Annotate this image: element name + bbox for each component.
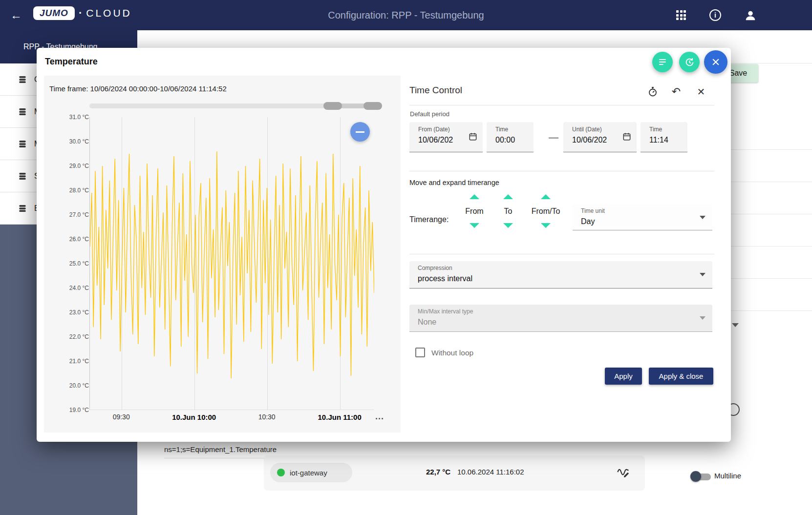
from-increase-button[interactable]: [470, 194, 479, 199]
from-decrease-button[interactable]: [470, 223, 479, 228]
multiline-label: Multiline: [714, 472, 741, 480]
chevron-down-icon: [700, 273, 705, 276]
chart-panel: Time frame: 10/06/2024 00:00:00-10/06/20…: [44, 76, 401, 433]
page-title: Configuration: RPP - Testumgebung: [0, 10, 812, 21]
list-view-button[interactable]: [652, 52, 673, 72]
database-icon: [18, 204, 27, 213]
from-time-field[interactable]: Time 00:00: [487, 122, 534, 152]
fromto-decrease-button[interactable]: [541, 223, 551, 228]
y-axis-label: 27.0 °C: [44, 211, 89, 219]
x-axis-label: 10.Jun 10:00: [165, 413, 223, 421]
table-row-divider: [731, 278, 812, 279]
info-icon[interactable]: i: [709, 9, 721, 21]
current-timestamp: 10.06.2024 11:16:02: [457, 468, 524, 476]
apps-grid-icon[interactable]: [676, 10, 686, 20]
zoom-slider-handle-left[interactable]: [323, 102, 342, 110]
default-period-label: Default period: [410, 110, 449, 118]
time-frame-text: Time frame: 10/06/2024 00:00:00-10/06/20…: [49, 84, 227, 93]
temperature-dialog: Temperature Time frame: 10/06/2024 00:00…: [37, 48, 731, 442]
field-value: 10/06/202: [418, 136, 453, 144]
trend-edit-icon[interactable]: [617, 465, 630, 478]
toggle-knob: [690, 471, 701, 482]
field-label: Time: [495, 126, 508, 133]
select-value: process interval: [418, 274, 472, 283]
dialog-title: Temperature: [45, 57, 98, 67]
chevron-down-icon: [700, 316, 705, 320]
history-button[interactable]: [679, 52, 700, 72]
divider: [409, 171, 714, 171]
multiline-toggle[interactable]: [690, 470, 712, 483]
field-value: 11:14: [649, 136, 668, 144]
chevron-down-icon: [700, 216, 705, 219]
until-date-field[interactable]: Until (Date) 10/06/202: [563, 122, 637, 152]
select-label: Time unit: [581, 207, 605, 214]
dialog-close-button[interactable]: [704, 50, 727, 74]
move-expand-label: Move and expand timerange: [409, 179, 499, 186]
field-label: Time: [649, 126, 662, 133]
table-row-divider: [731, 310, 812, 311]
divider: [409, 105, 714, 105]
zoom-slider-handle-right[interactable]: [363, 102, 382, 110]
select-label: Compression: [418, 265, 452, 271]
current-value: 22,7 °C: [426, 468, 450, 476]
table-row-divider: [731, 182, 812, 182]
zoom-out-button[interactable]: [350, 122, 370, 142]
x-axis-label: 10.Jun 11:00: [310, 413, 369, 421]
y-axis-label: 25.0 °C: [44, 260, 89, 268]
y-axis-label: 29.0 °C: [44, 162, 89, 170]
undo-icon[interactable]: ↶: [670, 86, 682, 98]
from-date-field[interactable]: From (Date) 10/06/202: [409, 122, 483, 152]
field-label: Until (Date): [572, 126, 602, 133]
gateway-status-dot: [277, 469, 285, 476]
gateway-label: iot-gateway: [290, 469, 327, 477]
calendar-icon[interactable]: [622, 132, 632, 142]
gateway-chip[interactable]: iot-gateway: [270, 463, 352, 482]
temperature-line-chart: [90, 117, 374, 410]
account-icon[interactable]: [744, 9, 757, 22]
x-axis-label: 10:30: [237, 413, 296, 421]
field-value: 10/06/202: [572, 136, 607, 144]
y-axis-label: 19.0 °C: [44, 406, 89, 414]
divider: [409, 254, 714, 254]
y-axis-label: 23.0 °C: [44, 309, 89, 316]
apply-close-button[interactable]: Apply & close: [649, 368, 713, 385]
without-loop-checkbox[interactable]: [415, 348, 425, 357]
calendar-icon[interactable]: [468, 132, 478, 142]
without-loop-label: Without loop: [431, 349, 473, 357]
to-increase-button[interactable]: [503, 194, 513, 199]
chart-more-button[interactable]: ...: [375, 412, 384, 422]
y-axis: 31.0 °C30.0 °C29.0 °C28.0 °C27.0 °C26.0 …: [44, 113, 89, 414]
database-icon: [18, 75, 27, 84]
field-value: 00:00: [495, 136, 515, 144]
y-axis-label: 21.0 °C: [44, 357, 89, 365]
timerange-option-label: From/To: [524, 207, 568, 216]
timerange-label: Timerange:: [409, 215, 449, 224]
panel-close-icon[interactable]: ✕: [695, 86, 707, 98]
stopwatch-icon[interactable]: [647, 86, 659, 98]
y-axis-label: 26.0 °C: [44, 235, 89, 243]
database-icon: [18, 171, 27, 181]
database-icon: [18, 139, 27, 149]
until-time-field[interactable]: Time 11:14: [641, 122, 687, 152]
app-header: ← JUMO · CLOUD Configuration: RPP - Test…: [0, 0, 812, 30]
select-label: Min/Max interval type: [418, 308, 473, 315]
field-label: From (Date): [418, 126, 450, 133]
table-row-divider: [731, 149, 812, 150]
minmax-interval-select[interactable]: Min/Max interval type None: [409, 305, 712, 332]
to-decrease-button[interactable]: [503, 223, 513, 228]
time-unit-select[interactable]: Time unit Day: [573, 204, 712, 230]
apply-button[interactable]: Apply: [605, 368, 642, 385]
y-axis-label: 28.0 °C: [44, 186, 89, 194]
timerange-fromto-control: From/To: [524, 194, 568, 228]
select-value: Day: [581, 217, 595, 226]
y-axis-label: 24.0 °C: [44, 284, 89, 292]
compression-select[interactable]: Compression process interval: [409, 261, 712, 288]
select-value: None: [418, 318, 436, 327]
x-axis: 09:3010.Jun 10:0010:3010.Jun 11:00: [89, 413, 374, 423]
chevron-down-icon[interactable]: [732, 323, 739, 327]
y-axis-label: 31.0 °C: [44, 113, 89, 121]
time-control-title: Time Control: [409, 85, 462, 96]
table-row-divider: [731, 214, 812, 214]
fromto-increase-button[interactable]: [541, 194, 551, 199]
address-field-value[interactable]: ns=1;s=Equipment_1.Temperature: [164, 445, 277, 453]
